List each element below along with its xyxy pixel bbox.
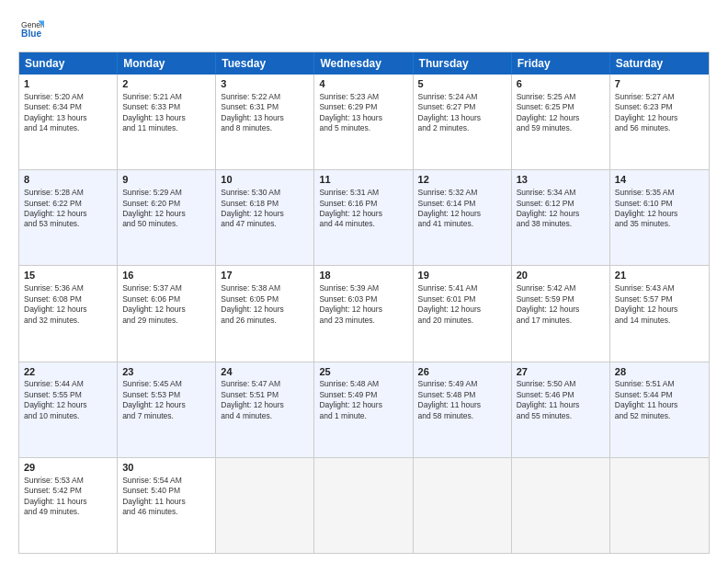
day-info-line: Daylight: 11 hours: [418, 400, 506, 410]
day-cell-18: 18Sunrise: 5:39 AMSunset: 6:03 PMDayligh…: [314, 266, 413, 361]
day-cell-15: 15Sunrise: 5:36 AMSunset: 6:08 PMDayligh…: [19, 266, 118, 361]
day-info-line: Daylight: 12 hours: [615, 209, 704, 219]
day-cell-1: 1Sunrise: 5:20 AMSunset: 6:34 PMDaylight…: [19, 75, 118, 169]
calendar-row-1: 8Sunrise: 5:28 AMSunset: 6:22 PMDaylight…: [19, 170, 709, 266]
day-info-line: Sunrise: 5:45 AM: [122, 379, 210, 389]
day-info-line: Sunset: 6:23 PM: [615, 102, 704, 112]
day-number: 13: [517, 173, 605, 187]
day-cell-10: 10Sunrise: 5:30 AMSunset: 6:18 PMDayligh…: [216, 170, 314, 265]
day-number: 3: [221, 77, 309, 91]
day-info-line: Sunset: 5:49 PM: [319, 390, 407, 400]
day-number: 16: [122, 269, 210, 282]
day-info-line: Sunset: 6:18 PM: [221, 199, 309, 209]
day-info-line: Sunset: 6:10 PM: [615, 199, 704, 209]
day-number: 26: [418, 365, 506, 379]
day-info-line: and 46 minutes.: [122, 507, 210, 517]
day-number: 9: [122, 173, 210, 187]
day-info-line: Daylight: 12 hours: [418, 209, 506, 219]
day-info-line: and 49 minutes.: [24, 507, 112, 517]
day-info-line: Daylight: 13 hours: [122, 113, 210, 123]
day-number: 12: [418, 173, 506, 187]
day-info-line: and 23 minutes.: [319, 316, 407, 326]
day-number: 17: [221, 269, 309, 282]
day-cell-27: 27Sunrise: 5:50 AMSunset: 5:46 PMDayligh…: [512, 362, 610, 457]
logo-icon: General Blue: [18, 17, 44, 42]
weekday-header-monday: Monday: [118, 52, 216, 75]
day-info-line: Sunrise: 5:49 AM: [418, 379, 506, 389]
day-info-line: Daylight: 12 hours: [24, 304, 112, 315]
day-number: 29: [24, 461, 112, 475]
logo: General Blue: [18, 17, 48, 42]
empty-cell-4-4: [414, 458, 512, 553]
day-info-line: and 38 minutes.: [517, 219, 605, 229]
day-info-line: Sunrise: 5:37 AM: [122, 283, 210, 293]
day-info-line: Daylight: 12 hours: [221, 400, 309, 410]
day-cell-30: 30Sunrise: 5:54 AMSunset: 5:40 PMDayligh…: [118, 458, 216, 553]
day-info-line: Sunrise: 5:50 AM: [517, 379, 605, 389]
day-cell-4: 4Sunrise: 5:23 AMSunset: 6:29 PMDaylight…: [314, 75, 413, 169]
day-info-line: Daylight: 11 hours: [615, 400, 704, 410]
day-cell-25: 25Sunrise: 5:48 AMSunset: 5:49 PMDayligh…: [314, 362, 413, 457]
day-info-line: and 7 minutes.: [122, 411, 210, 421]
day-number: 11: [319, 173, 407, 187]
day-info-line: Daylight: 11 hours: [122, 497, 210, 507]
day-info-line: Daylight: 12 hours: [122, 209, 210, 219]
day-number: 5: [418, 77, 506, 91]
day-number: 15: [24, 269, 112, 282]
day-info-line: Daylight: 12 hours: [221, 209, 309, 219]
day-info-line: and 47 minutes.: [221, 219, 309, 229]
day-number: 6: [517, 77, 605, 91]
day-cell-3: 3Sunrise: 5:22 AMSunset: 6:31 PMDaylight…: [216, 75, 314, 169]
day-cell-14: 14Sunrise: 5:35 AMSunset: 6:10 PMDayligh…: [610, 170, 709, 265]
day-info-line: Sunrise: 5:54 AM: [122, 476, 210, 486]
day-cell-16: 16Sunrise: 5:37 AMSunset: 6:06 PMDayligh…: [118, 266, 216, 361]
day-info-line: Daylight: 12 hours: [517, 304, 605, 315]
day-info-line: Sunset: 6:34 PM: [24, 102, 112, 112]
day-info-line: Sunset: 6:05 PM: [221, 294, 309, 304]
weekday-header-saturday: Saturday: [610, 52, 709, 75]
day-info-line: and 41 minutes.: [418, 219, 506, 229]
day-info-line: and 53 minutes.: [24, 219, 112, 229]
weekday-header-friday: Friday: [512, 52, 610, 75]
day-info-line: Sunset: 6:01 PM: [418, 294, 506, 304]
day-info-line: Sunset: 6:25 PM: [517, 102, 605, 112]
day-cell-2: 2Sunrise: 5:21 AMSunset: 6:33 PMDaylight…: [118, 75, 216, 169]
day-number: 4: [319, 77, 407, 91]
day-number: 21: [615, 269, 704, 282]
day-info-line: Sunrise: 5:28 AM: [24, 188, 112, 198]
day-info-line: Sunrise: 5:21 AM: [122, 92, 210, 102]
calendar-row-2: 15Sunrise: 5:36 AMSunset: 6:08 PMDayligh…: [19, 266, 709, 362]
day-cell-7: 7Sunrise: 5:27 AMSunset: 6:23 PMDaylight…: [610, 75, 709, 169]
day-info-line: Sunset: 5:57 PM: [615, 294, 704, 304]
day-info-line: Sunrise: 5:30 AM: [221, 188, 309, 198]
day-info-line: Sunset: 5:59 PM: [517, 294, 605, 304]
day-cell-6: 6Sunrise: 5:25 AMSunset: 6:25 PMDaylight…: [512, 75, 610, 169]
day-number: 10: [221, 173, 309, 187]
svg-text:Blue: Blue: [21, 29, 41, 39]
day-info-line: Sunset: 5:53 PM: [122, 390, 210, 400]
day-info-line: Sunrise: 5:41 AM: [418, 283, 506, 293]
day-number: 20: [517, 269, 605, 282]
day-info-line: Daylight: 13 hours: [418, 113, 506, 123]
day-cell-17: 17Sunrise: 5:38 AMSunset: 6:05 PMDayligh…: [216, 266, 314, 361]
weekday-header-tuesday: Tuesday: [216, 52, 314, 75]
day-cell-13: 13Sunrise: 5:34 AMSunset: 6:12 PMDayligh…: [512, 170, 610, 265]
day-info-line: Sunset: 5:48 PM: [418, 390, 506, 400]
header: General Blue: [18, 17, 710, 42]
day-number: 23: [122, 365, 210, 379]
day-info-line: and 10 minutes.: [24, 411, 112, 421]
day-info-line: Daylight: 12 hours: [517, 113, 605, 123]
day-info-line: Sunset: 6:03 PM: [319, 294, 407, 304]
day-info-line: Sunrise: 5:29 AM: [122, 188, 210, 198]
day-info-line: and 50 minutes.: [122, 219, 210, 229]
day-info-line: and 55 minutes.: [517, 411, 605, 421]
day-info-line: Sunrise: 5:43 AM: [615, 283, 704, 293]
empty-cell-4-5: [512, 458, 610, 553]
day-info-line: Sunset: 5:51 PM: [221, 390, 309, 400]
day-number: 27: [517, 365, 605, 379]
day-info-line: and 17 minutes.: [517, 316, 605, 326]
day-number: 24: [221, 365, 309, 379]
day-info-line: Daylight: 12 hours: [615, 113, 704, 123]
day-cell-9: 9Sunrise: 5:29 AMSunset: 6:20 PMDaylight…: [118, 170, 216, 265]
day-info-line: Sunset: 5:55 PM: [24, 390, 112, 400]
